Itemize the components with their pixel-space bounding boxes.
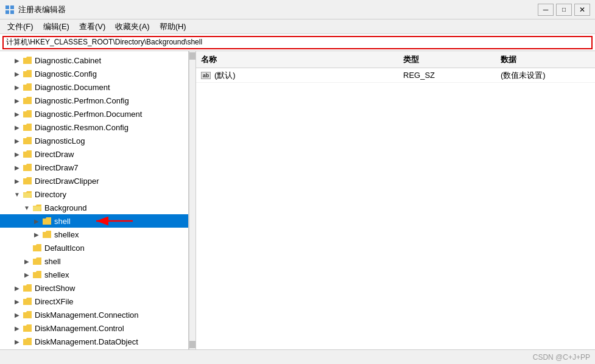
window: 注册表编辑器 ─ □ ✕ 文件(F) 编辑(E) 查看(V) 收藏夹(A) 帮助… [0,0,595,364]
tree-item-label: shell [54,217,71,226]
tree-item-label: Background [44,203,86,212]
detail-cell-data: (数值未设置) [501,70,595,81]
folder-icon [22,124,33,131]
tree-item-label: Diagnostic.Perfmon.Document [35,110,142,119]
tree-item-directory[interactable]: ▼ Directory [0,187,188,201]
expand-arrow: ▶ [12,124,22,131]
tree-item-label: shell [44,257,61,266]
expand-arrow: ▶ [12,164,22,171]
tree-item-label: Diagnostic.Cabinet [35,56,101,65]
reg-value-name: (默认) [214,70,236,81]
folder-icon [22,57,33,64]
svg-rect-0 [5,5,9,9]
folder-icon [22,83,33,91]
expand-arrow: ▶ [12,285,22,292]
address-bar [0,34,595,51]
expand-arrow: ▶ [12,138,22,144]
expand-arrow: ▼ [22,205,32,211]
detail-cell-name: ab (默认) [196,70,403,81]
tree-item-diskmanagement-control[interactable]: ▶ DiskManagement.Control [0,321,188,335]
folder-open-icon [22,191,33,198]
expand-arrow: ▶ [12,325,22,332]
tree-item-directshow[interactable]: ▶ DirectShow [0,281,188,295]
tree-scrollbar[interactable] [189,51,196,349]
svg-rect-3 [10,10,14,14]
menu-view[interactable]: 查看(V) [74,20,110,33]
expand-arrow: ▶ [12,298,22,305]
folder-icon [41,231,52,238]
tree-item-label: DirectDraw7 [35,163,79,172]
tree-item-label: DirectDraw [35,150,74,159]
tree-panel: ▶ Diagnostic.Cabinet ▶ Diagnostic.Config… [0,51,189,349]
folder-open-icon [32,204,43,211]
tree-item-diagnostic-cabinet[interactable]: ▶ Diagnostic.Cabinet [0,54,188,67]
expand-arrow: ▶ [22,271,32,278]
tree-item-defaulticon[interactable]: ▶ DefaultIcon [0,241,188,254]
detail-panel: 名称 类型 数据 ab (默认) REG_SZ (数值未设置) [196,51,595,349]
expand-arrow: ▶ [12,178,22,184]
tree-item-label: DirectXFile [35,297,74,306]
folder-icon [32,257,43,265]
folder-icon [22,324,33,332]
folder-icon [22,70,33,77]
expand-arrow: ▶ [12,84,22,91]
tree-item-background[interactable]: ▼ Background [0,201,188,214]
tree-item-shell[interactable]: ▶ shell [0,214,188,228]
folder-icon [22,164,33,171]
reg-value-icon: ab [201,72,211,79]
svg-rect-2 [5,10,9,14]
tree-item-diagnostic-document[interactable]: ▶ Diagnostic.Document [0,80,188,94]
tree-item-label: shellex [54,230,79,239]
tree-item-diagnostic-perfmon-config[interactable]: ▶ Diagnostic.Perfmon.Config [0,94,188,107]
expand-arrow: ▶ [12,57,22,64]
expand-arrow: ▶ [12,71,22,77]
folder-icon [22,284,33,292]
tree-item-diagnostic-perfmon-document[interactable]: ▶ Diagnostic.Perfmon.Document [0,107,188,121]
close-button[interactable]: ✕ [574,4,590,16]
status-bar: CSDN @C+J+PP [0,349,595,364]
tree-item-directxfile[interactable]: ▶ DirectXFile [0,295,188,308]
tree-item-diskmanagement-connection[interactable]: ▶ DiskManagement.Connection [0,308,188,321]
col-type-header: 类型 [403,54,501,65]
svg-rect-1 [10,5,14,9]
maximize-button[interactable]: □ [556,4,572,16]
expand-arrow: ▶ [32,218,41,225]
tree-item-diskmanagement-dataobject[interactable]: ▶ DiskManagement.DataObject [0,335,188,348]
folder-icon [22,137,33,144]
window-title: 注册表编辑器 [18,4,66,15]
menu-favorites[interactable]: 收藏夹(A) [110,20,154,33]
tree-item-label: Diagnostic.Resmon.Config [35,123,129,132]
minimize-button[interactable]: ─ [538,4,554,16]
tree-item-label: DirectDrawClipper [35,177,99,186]
menu-file[interactable]: 文件(F) [2,20,38,33]
folder-icon [22,97,33,104]
address-input[interactable] [2,36,593,49]
tree-item-shellex-bg[interactable]: ▶ shellex [0,228,188,241]
tree-item-label: DiskManagement.Control [35,324,124,333]
expand-arrow: ▶ [12,111,22,117]
detail-row-default[interactable]: ab (默认) REG_SZ (数值未设置) [196,68,595,83]
tree-item-label: Diagnostic.Perfmon.Config [35,96,129,105]
tree-item-label: Diagnostic.Config [35,69,97,79]
tree-item-diagnostic-resmon-config[interactable]: ▶ Diagnostic.Resmon.Config [0,121,188,134]
tree-item-directdrawclipper[interactable]: ▶ DirectDrawClipper [0,174,188,187]
menu-help[interactable]: 帮助(H) [155,20,191,33]
tree-item-directdraw[interactable]: ▶ DirectDraw [0,147,188,161]
menu-edit[interactable]: 编辑(E) [38,20,74,33]
tree-item-diagnostic-config[interactable]: ▶ Diagnostic.Config [0,67,188,80]
tree-item-shell-dir[interactable]: ▶ shell [0,254,188,268]
detail-header: 名称 类型 数据 [196,51,595,68]
tree-item-shellex-dir[interactable]: ▶ shellex [0,268,188,281]
title-bar: 注册表编辑器 ─ □ ✕ [0,0,595,19]
folder-icon [22,298,33,305]
folder-icon [32,244,43,251]
tree-item-label: shellex [44,270,69,279]
detail-cell-type: REG_SZ [403,71,501,80]
tree-item-diagnosticlog[interactable]: ▶ DiagnosticLog [0,134,188,147]
tree-item-directdraw7[interactable]: ▶ DirectDraw7 [0,161,188,174]
folder-icon [22,177,33,184]
folder-icon [22,338,33,345]
expand-arrow: ▶ [12,97,22,104]
col-name-header: 名称 [196,54,403,65]
tree-item-label: DefaultIcon [44,243,85,253]
